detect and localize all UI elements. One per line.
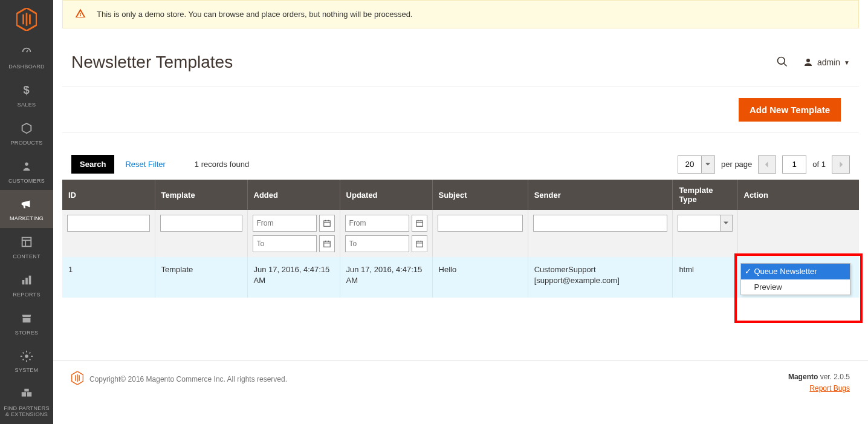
per-page-label: per page xyxy=(721,160,752,169)
sidebar-item-customers[interactable]: CUSTOMERS xyxy=(0,152,53,191)
filter-updated-to-input[interactable] xyxy=(345,235,409,252)
svg-line-13 xyxy=(783,63,786,66)
grid-container: ID Template Added Updated Subject Sender… xyxy=(53,180,868,298)
warning-icon xyxy=(75,8,86,21)
cell-added: Jun 17, 2016, 4:47:15 AM xyxy=(247,257,340,298)
filter-updated-from-input[interactable] xyxy=(345,215,409,232)
action-button-bar: Add New Template xyxy=(62,86,859,133)
demo-notice: This is only a demo store. You can brows… xyxy=(62,0,859,28)
chevron-down-icon: ▼ xyxy=(844,59,850,66)
templates-grid: ID Template Added Updated Subject Sender… xyxy=(62,180,859,298)
nav-label: STORES xyxy=(15,330,39,336)
filter-subject-input[interactable] xyxy=(438,215,523,232)
nav-label: FIND PARTNERS & EXTENSIONS xyxy=(2,406,51,418)
gear-icon xyxy=(20,350,33,365)
svg-point-1 xyxy=(25,162,28,166)
svg-rect-5 xyxy=(22,280,25,284)
sidebar-item-marketing[interactable]: MARKETING xyxy=(0,190,53,228)
search-icon[interactable] xyxy=(776,56,788,70)
report-bugs-link[interactable]: Report Bugs xyxy=(788,383,850,394)
sidebar-item-products[interactable]: PRODUCTS xyxy=(0,114,53,152)
table-row[interactable]: 1 Template Jun 17, 2016, 4:47:15 AM Jun … xyxy=(62,257,859,298)
svg-rect-2 xyxy=(22,238,31,247)
magento-logo[interactable] xyxy=(0,0,53,38)
per-page-selector xyxy=(678,155,715,174)
person-icon xyxy=(20,160,33,175)
dollar-icon: $ xyxy=(20,83,33,99)
calendar-icon[interactable] xyxy=(319,215,335,232)
page-number-input[interactable] xyxy=(782,155,806,174)
page-footer: Copyright© 2016 Magento Commerce Inc. Al… xyxy=(53,360,868,394)
user-menu[interactable]: admin ▼ xyxy=(803,57,850,68)
svg-rect-23 xyxy=(416,221,423,226)
dashboard-icon xyxy=(20,45,33,60)
svg-rect-15 xyxy=(323,221,330,226)
svg-rect-6 xyxy=(25,278,28,284)
nav-label: CUSTOMERS xyxy=(8,178,45,184)
filter-type-select[interactable] xyxy=(678,215,720,232)
sidebar-item-sales[interactable]: $ SALES xyxy=(0,76,53,114)
svg-point-12 xyxy=(777,57,785,64)
filter-added-from-input[interactable] xyxy=(253,215,317,232)
search-button[interactable]: Search xyxy=(71,155,114,174)
col-sender[interactable]: Sender xyxy=(528,180,673,210)
filter-added-to-input[interactable] xyxy=(253,235,317,252)
chevron-down-icon[interactable] xyxy=(721,215,733,232)
filter-sender-input[interactable] xyxy=(533,215,668,232)
page-header: Newsletter Templates admin ▼ xyxy=(53,53,868,86)
nav-label: DASHBOARD xyxy=(8,64,45,70)
nav-label: SALES xyxy=(18,102,36,108)
main-area: This is only a demo store. You can brows… xyxy=(53,0,868,298)
sidebar-item-reports[interactable]: REPORTS xyxy=(0,266,53,304)
pager-prev-button[interactable] xyxy=(758,155,776,174)
per-page-toggle[interactable] xyxy=(702,155,715,174)
filter-template-input[interactable] xyxy=(160,215,242,232)
pager-next-button[interactable] xyxy=(832,155,850,174)
sidebar-item-stores[interactable]: STORES xyxy=(0,304,53,342)
admin-sidebar: DASHBOARD $ SALES PRODUCTS CUSTOMERS MAR… xyxy=(0,0,53,424)
col-id[interactable]: ID xyxy=(62,180,155,210)
nav-label: REPORTS xyxy=(13,292,40,298)
reset-filter-link[interactable]: Reset Filter xyxy=(125,160,165,169)
cell-type: html xyxy=(673,257,737,298)
calendar-icon[interactable] xyxy=(319,235,335,252)
calendar-icon[interactable] xyxy=(412,215,427,232)
cell-updated: Jun 17, 2016, 4:47:15 AM xyxy=(340,257,432,298)
nav-label: MARKETING xyxy=(10,216,44,222)
records-found-label: 1 records found xyxy=(195,160,249,169)
bars-icon xyxy=(20,273,33,289)
sidebar-item-partners[interactable]: FIND PARTNERS & EXTENSIONS xyxy=(0,380,53,424)
action-dropdown[interactable]: Queue Newsletter Preview xyxy=(740,263,850,295)
partners-icon xyxy=(20,387,33,402)
grid-filter-row xyxy=(62,210,859,257)
svg-point-8 xyxy=(25,354,28,358)
nav-label: CONTENT xyxy=(13,254,40,260)
calendar-icon[interactable] xyxy=(412,235,427,252)
per-page-input[interactable] xyxy=(678,155,702,174)
svg-rect-10 xyxy=(27,393,31,397)
col-updated[interactable]: Updated xyxy=(340,180,432,210)
col-template-type[interactable]: Template Type xyxy=(673,180,737,210)
user-label: admin xyxy=(817,57,840,67)
nav-label: SYSTEM xyxy=(15,368,39,374)
copyright-text: Copyright© 2016 Magento Commerce Inc. Al… xyxy=(89,375,287,383)
filter-id-input[interactable] xyxy=(67,215,150,232)
action-option-queue[interactable]: Queue Newsletter xyxy=(741,264,850,279)
notice-text: This is only a demo store. You can brows… xyxy=(97,10,412,19)
svg-rect-7 xyxy=(29,276,31,285)
cube-icon xyxy=(20,122,33,137)
nav-label: PRODUCTS xyxy=(11,140,43,146)
sidebar-item-system[interactable]: SYSTEM xyxy=(0,342,53,380)
sidebar-item-dashboard[interactable]: DASHBOARD xyxy=(0,38,53,76)
product-name: Magento xyxy=(788,373,818,381)
sidebar-item-content[interactable]: CONTENT xyxy=(0,228,53,266)
cell-sender: CustomerSupport [support@example.com] xyxy=(528,257,673,298)
col-added[interactable]: Added xyxy=(247,180,340,210)
svg-rect-11 xyxy=(24,389,28,392)
svg-rect-19 xyxy=(323,241,330,247)
action-option-preview[interactable]: Preview xyxy=(741,279,850,295)
cell-action: Queue Newsletter Preview xyxy=(737,257,859,298)
col-template[interactable]: Template xyxy=(155,180,247,210)
col-subject[interactable]: Subject xyxy=(432,180,528,210)
add-new-template-button[interactable]: Add New Template xyxy=(739,98,841,122)
